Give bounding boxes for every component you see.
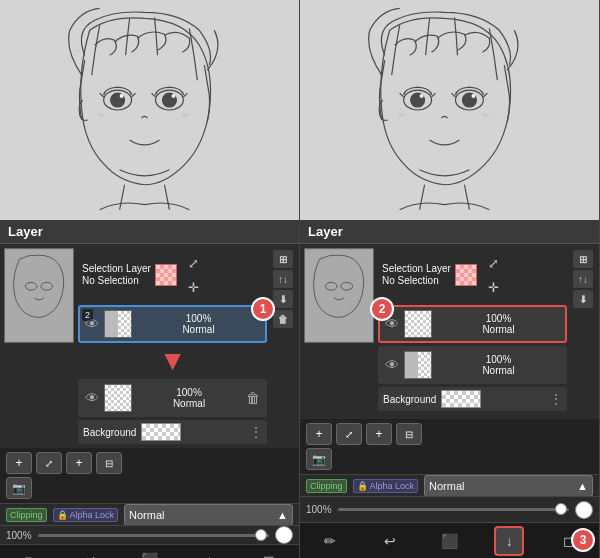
layer-panel-header-left: Layer bbox=[0, 220, 299, 244]
layer-eye-bottom-right[interactable]: 👁 bbox=[385, 357, 399, 373]
mask-btn-left[interactable]: ⊟ bbox=[96, 452, 122, 474]
panel-left: Layer bbox=[0, 0, 300, 558]
toolbar-row2-right: 📷 bbox=[306, 448, 593, 470]
camera-btn-right[interactable]: 📷 bbox=[306, 448, 332, 470]
toolbar-row1-right: + ⤢ + ⊟ bbox=[306, 423, 593, 445]
layers-section-left: Selection Layer No Selection ⤢ ✛ 2 👁 bbox=[0, 244, 299, 448]
mask-btn-right[interactable]: ⊟ bbox=[396, 423, 422, 445]
move-up-icon-right[interactable]: ⤢ bbox=[483, 252, 505, 274]
svg-point-6 bbox=[171, 94, 175, 98]
layers-section-right: Selection Layer No Selection ⤢ ✛ 2 👁 bbox=[300, 244, 599, 419]
add2-btn-left[interactable]: + bbox=[66, 452, 92, 474]
layer-main-thumb-right bbox=[304, 248, 374, 343]
undo-nav-btn-left[interactable]: ↩ bbox=[75, 545, 105, 558]
move-layer-btn-right[interactable]: ↑↓ bbox=[573, 270, 593, 288]
add2-btn-right[interactable]: + bbox=[366, 423, 392, 445]
selection-checker-right bbox=[455, 264, 477, 286]
layer-thumbnail-col-left bbox=[4, 248, 74, 444]
move-icon-left[interactable]: ✛ bbox=[183, 276, 205, 298]
move-icon-right[interactable]: ✛ bbox=[483, 276, 505, 298]
layer-row-1-left[interactable]: 👁 100% Normal 🗑 bbox=[78, 379, 267, 417]
svg-rect-10 bbox=[300, 0, 599, 219]
svg-rect-17 bbox=[305, 249, 373, 341]
zoom-slider-right[interactable] bbox=[338, 508, 569, 511]
color-swatch-left[interactable] bbox=[275, 526, 293, 544]
layer-mode-2-left: Normal bbox=[182, 324, 214, 335]
down-nav-btn-right[interactable]: ↓ bbox=[494, 526, 524, 556]
move-layer-btn-left[interactable]: ↑↓ bbox=[273, 270, 293, 288]
layer-info-bottom-right: 100% Normal bbox=[437, 354, 560, 376]
zoom-bar-right: 100% 3 bbox=[300, 496, 599, 522]
layer-info-top-right: 100% Normal bbox=[437, 313, 560, 335]
clipping-badge-left[interactable]: Clipping bbox=[6, 508, 47, 522]
selection-layer-text-left: Selection Layer No Selection bbox=[82, 263, 151, 287]
arrow-container-left: ▼ bbox=[78, 346, 267, 376]
delete-btn-left[interactable]: 🗑 bbox=[273, 310, 293, 328]
selection-layer-text-right: Selection Layer No Selection bbox=[382, 263, 451, 287]
layer-row-bottom-right[interactable]: 👁 100% Normal bbox=[378, 346, 567, 384]
merge-down-btn-left[interactable]: ⊞ bbox=[273, 250, 293, 268]
layer-mode-bottom-right: Normal bbox=[482, 365, 514, 376]
background-label-right: Background bbox=[383, 394, 436, 405]
toolbar-row1-left: + ⤢ + ⊟ bbox=[6, 452, 293, 474]
layer-row-2-left[interactable]: 2 👁 100% Normal 1 bbox=[78, 305, 267, 343]
zoom-label-left: 100% bbox=[6, 530, 32, 541]
move2-btn-right[interactable]: ⤢ bbox=[336, 423, 362, 445]
add-layer-btn-right[interactable]: + bbox=[306, 423, 332, 445]
down-nav-btn-left[interactable]: ↓ bbox=[194, 545, 224, 558]
layer-main-thumb-left bbox=[4, 248, 74, 343]
layer-info-1-left: 100% Normal bbox=[137, 387, 241, 409]
badge-1: 1 bbox=[251, 297, 275, 321]
layer-mode-1-left: Normal bbox=[173, 398, 205, 409]
layer-panel-title-left: Layer bbox=[8, 224, 43, 239]
brush-nav-btn-left[interactable]: ✏ bbox=[15, 545, 45, 558]
alpha-lock-badge-left[interactable]: 🔒 Alpha Lock bbox=[53, 508, 119, 522]
layer-panel-title-right: Layer bbox=[308, 224, 343, 239]
layer-opacity-1-left: 100% bbox=[176, 387, 202, 398]
selection-checker-left bbox=[155, 264, 177, 286]
layer-thumb-top-right bbox=[404, 310, 432, 338]
layer-delete-1-left[interactable]: 🗑 bbox=[246, 390, 260, 406]
layer-mode-top-right: Normal bbox=[482, 324, 514, 335]
fill-nav-btn-left[interactable]: ⬛ bbox=[134, 545, 164, 558]
zoom-slider-left[interactable] bbox=[38, 534, 269, 537]
background-more-left[interactable]: ⋮ bbox=[250, 425, 262, 439]
alpha-lock-badge-right[interactable]: 🔒 Alpha Lock bbox=[353, 479, 419, 493]
merge-down-btn-right[interactable]: ⊞ bbox=[573, 250, 593, 268]
blend-mode-select-right[interactable]: Normal ▲ bbox=[424, 475, 593, 497]
bottom-nav-left: ✏ ↩ ⬛ ↓ ◻ bbox=[0, 544, 299, 558]
layer-panel-left: Layer bbox=[0, 220, 299, 503]
svg-point-13 bbox=[420, 94, 424, 98]
move-up-icon-left[interactable]: ⤢ bbox=[183, 252, 205, 274]
layer-thumbnail-col-right bbox=[304, 248, 374, 415]
camera-btn-left[interactable]: 📷 bbox=[6, 477, 32, 499]
color-swatch-right[interactable] bbox=[575, 501, 593, 519]
layer-thumb-bottom-right bbox=[404, 351, 432, 379]
move2-btn-left[interactable]: ⤢ bbox=[36, 452, 62, 474]
layer-eye-1-left[interactable]: 👁 bbox=[85, 390, 99, 406]
side-icons-selection-left: ⤢ ✛ bbox=[181, 250, 207, 300]
badge-3: 3 bbox=[571, 528, 595, 552]
right-controls-left: ⊞ ↑↓ ⬇ 🗑 bbox=[271, 248, 295, 444]
svg-rect-0 bbox=[0, 0, 299, 219]
clipping-badge-right[interactable]: Clipping bbox=[306, 479, 347, 493]
background-more-right[interactable]: ⋮ bbox=[550, 392, 562, 406]
download-btn-right[interactable]: ⬇ bbox=[573, 290, 593, 308]
layer-row-top-right[interactable]: 2 👁 100% Normal bbox=[378, 305, 567, 343]
svg-rect-7 bbox=[5, 249, 73, 341]
layer-thumb-1-left bbox=[104, 384, 132, 412]
layer-panel-header-right: Layer bbox=[300, 220, 599, 244]
add-layer-btn-left[interactable]: + bbox=[6, 452, 32, 474]
undo-nav-btn-right[interactable]: ↩ bbox=[375, 526, 405, 556]
arrow-down-icon: ▼ bbox=[159, 345, 187, 377]
fill-nav-btn-right[interactable]: ⬛ bbox=[434, 526, 464, 556]
layer-opacity-bottom-right: 100% bbox=[486, 354, 512, 365]
brush-nav-btn-right[interactable]: ✏ bbox=[315, 526, 345, 556]
eraser-nav-btn-left[interactable]: ◻ bbox=[254, 545, 284, 558]
layers-main-content-left: Selection Layer No Selection ⤢ ✛ 2 👁 bbox=[78, 248, 267, 444]
download-btn-left[interactable]: ⬇ bbox=[273, 290, 293, 308]
background-label-left: Background bbox=[83, 427, 136, 438]
layer-info-2-left: 100% Normal bbox=[137, 313, 260, 335]
blend-mode-select-left[interactable]: Normal ▲ bbox=[124, 504, 293, 526]
layer-number-2-left: 2 bbox=[82, 309, 93, 321]
